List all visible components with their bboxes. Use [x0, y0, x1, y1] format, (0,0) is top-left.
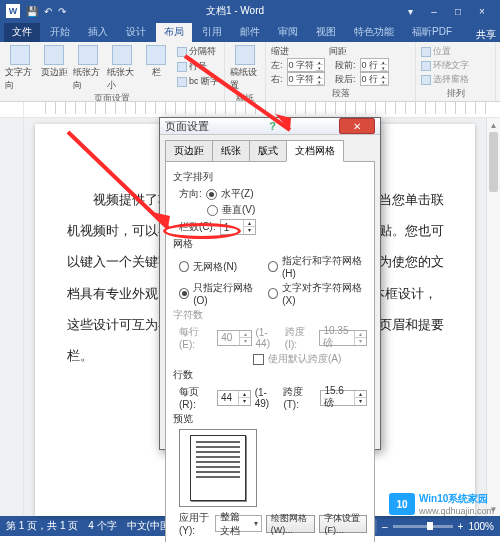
zoom-percent[interactable]: 100%: [468, 521, 494, 532]
annotation-ellipse: [163, 223, 241, 239]
tab-mailings[interactable]: 邮件: [232, 23, 268, 42]
tab-layout[interactable]: 布局: [156, 23, 192, 42]
section-preview: 预览: [173, 412, 367, 426]
space-after-label: 段后:: [335, 73, 356, 86]
page-setup-dialog: 页面设置 ? ✕ 页边距 纸张 版式 文档网格 文字排列 方向: 水平(Z) 垂…: [159, 117, 381, 450]
lines-per-page-label: 每页(R):: [179, 385, 213, 410]
position-button: 位置: [421, 45, 490, 58]
title-bar: W 💾 ↶ ↷ 文档1 - Word ▾ – □ ×: [0, 0, 500, 22]
zoom-out-button[interactable]: –: [382, 521, 388, 532]
radio-horizontal[interactable]: [206, 189, 217, 200]
vertical-ruler[interactable]: [0, 118, 24, 516]
radio-line-grid-label: 只指定行网格(O): [193, 281, 264, 306]
tab-design[interactable]: 设计: [118, 23, 154, 42]
scroll-up-icon[interactable]: ▲: [487, 118, 500, 132]
annotation-arrow-1: [175, 48, 325, 148]
window-minimize-icon[interactable]: –: [422, 6, 446, 17]
zoom-slider[interactable]: [393, 525, 453, 528]
radio-vertical[interactable]: [207, 205, 218, 216]
chars-span-input: 10.35 磅▴▾: [319, 330, 367, 346]
orientation-button[interactable]: 纸张方向: [73, 45, 103, 92]
font-settings-button[interactable]: 字体设置(F)...: [319, 515, 367, 533]
ribbon-options-icon[interactable]: ▾: [398, 6, 422, 17]
chars-per-line-input: 40▴▾: [217, 330, 251, 346]
tab-review[interactable]: 审阅: [270, 23, 306, 42]
qat-redo-icon[interactable]: ↷: [58, 6, 66, 17]
window-maximize-icon[interactable]: □: [446, 6, 470, 17]
size-button[interactable]: 纸张大小: [107, 45, 137, 92]
vertical-scrollbar[interactable]: ▲ ▼: [486, 118, 500, 516]
lines-span-label: 跨度(T):: [283, 385, 316, 410]
tab-insert[interactable]: 插入: [80, 23, 116, 42]
tab-references[interactable]: 引用: [194, 23, 230, 42]
checkbox-default-span-label: 使用默认跨度(A): [268, 352, 341, 366]
share-button[interactable]: 共享: [476, 28, 496, 42]
wrap-text-button: 环绕文字: [421, 59, 490, 72]
preview-box: [179, 429, 257, 507]
tab-special[interactable]: 特色功能: [346, 23, 402, 42]
svg-marker-3: [152, 212, 170, 228]
chars-range: (1-44): [256, 327, 281, 349]
tab-file[interactable]: 文件: [4, 23, 40, 42]
section-grid: 网格: [173, 237, 367, 251]
chars-span-label: 跨度(I):: [285, 325, 316, 350]
section-text-direction: 文字排列: [173, 170, 367, 184]
radio-horizontal-label: 水平(Z): [221, 187, 254, 201]
watermark-badge-icon: 10: [389, 493, 415, 515]
lines-per-page-input[interactable]: 44▴▾: [217, 390, 251, 406]
space-before-input[interactable]: 0 行▴▾: [360, 58, 390, 72]
columns-button[interactable]: 栏: [141, 45, 171, 79]
watermark-url: www.qdhuajin.com: [419, 506, 494, 516]
chars-per-line-label: 每行(E):: [179, 325, 213, 350]
radio-no-grid-label: 无网格(N): [193, 260, 264, 274]
svg-line-0: [185, 56, 290, 130]
scroll-thumb[interactable]: [489, 132, 498, 192]
checkbox-default-span: [253, 354, 264, 365]
qat-undo-icon[interactable]: ↶: [44, 6, 52, 17]
apply-to-label: 应用于(Y):: [179, 511, 211, 536]
word-icon: W: [6, 4, 20, 18]
radio-char-grid[interactable]: [268, 261, 278, 272]
ribbon-tabs: 文件 开始 插入 设计 布局 引用 邮件 审阅 视图 特色功能 福昕PDF 共享: [0, 22, 500, 42]
section-chars: 字符数: [173, 308, 367, 322]
space-before-label: 段前:: [335, 59, 356, 72]
selection-pane-button: 选择窗格: [421, 73, 490, 86]
status-word-count[interactable]: 4 个字: [88, 519, 116, 533]
ribbon-group-arrange: 位置 环绕文字 选择窗格 排列: [416, 42, 496, 101]
tab-home[interactable]: 开始: [42, 23, 78, 42]
lines-range: (1-49): [255, 387, 280, 409]
zoom-in-button[interactable]: +: [458, 521, 464, 532]
dialog-close-icon[interactable]: ✕: [339, 118, 375, 134]
radio-char-grid-label: 指定行和字符网格(H): [282, 254, 367, 279]
tab-pdf[interactable]: 福昕PDF: [404, 23, 460, 42]
draw-grid-button[interactable]: 绘图网格(W)...: [266, 515, 316, 533]
apply-to-select[interactable]: 整篇文档: [215, 515, 262, 532]
spacing-heading: 间距: [329, 45, 347, 58]
radio-no-grid[interactable]: [179, 261, 189, 272]
lines-span-input[interactable]: 15.6 磅▴▾: [320, 390, 367, 406]
document-title: 文档1 - Word: [72, 4, 398, 18]
radio-line-grid[interactable]: [179, 288, 189, 299]
tab-view[interactable]: 视图: [308, 23, 344, 42]
radio-align-grid-label: 文字对齐字符网格(X): [282, 281, 367, 306]
space-after-input[interactable]: 0 行▴▾: [360, 72, 390, 86]
group-label-arrange: 排列: [421, 87, 490, 100]
dialog-body: 文字排列 方向: 水平(Z) 垂直(V) 栏数(C): 1▴▾ 网格 无网格(N…: [165, 161, 375, 542]
svg-line-2: [68, 132, 168, 228]
window-close-icon[interactable]: ×: [470, 6, 494, 17]
status-page[interactable]: 第 1 页，共 1 页: [6, 519, 78, 533]
qat-save-icon[interactable]: 💾: [26, 6, 38, 17]
margins-button[interactable]: 页边距: [39, 45, 69, 79]
radio-vertical-label: 垂直(V): [222, 203, 255, 217]
radio-align-grid[interactable]: [268, 288, 278, 299]
text-direction-button[interactable]: 文字方向: [5, 45, 35, 92]
watermark-title: Win10系统家园: [419, 492, 494, 506]
watermark: 10 Win10系统家园 www.qdhuajin.com: [389, 492, 494, 516]
preview-page-icon: [190, 435, 246, 501]
section-lines: 行数: [173, 368, 367, 382]
